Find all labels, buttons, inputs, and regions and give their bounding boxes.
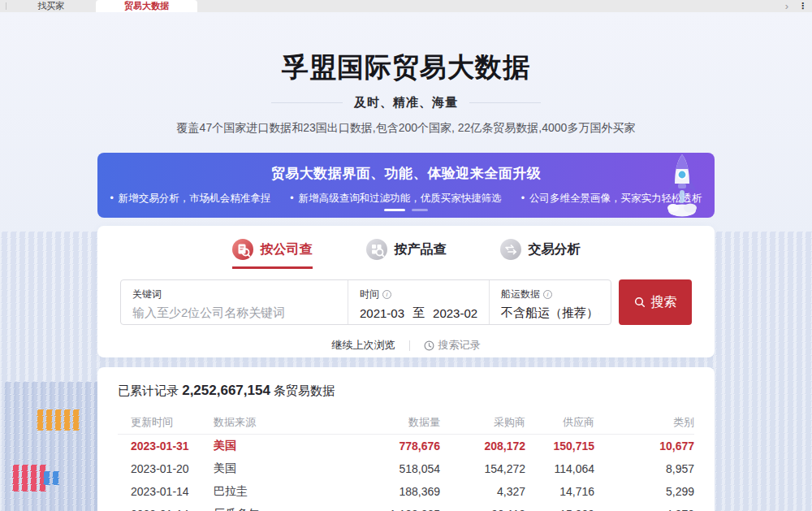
carousel-dot[interactable] [412,209,428,212]
cell-buyers: 154,272 [440,462,525,475]
time-separator: 至 [412,305,425,321]
shipping-data-select[interactable]: 船运数据 i 不含船运（推荐） [489,280,611,324]
trade-data-table-card: 已累计记录 2,252,667,154 条贸易数据 更新时间 数据来源 数据量 … [97,367,715,511]
product-search-icon [366,239,387,260]
tab-find-buyers[interactable]: 找买家 [6,0,96,12]
table-header: 更新时间 数据来源 数据量 采购商 供应商 类别 [118,410,694,435]
cell-suppliers: 150,715 [525,440,594,453]
chevron-right-icon[interactable]: › [785,1,788,11]
tab-label: 按产品查 [395,241,447,258]
col-categories: 类别 [594,415,694,430]
cell-suppliers: 15,909 [525,508,594,511]
summary-suffix: 条贸易数据 [274,383,335,397]
cell-categories: 10,677 [594,440,694,453]
upgrade-banner[interactable]: 贸易大数据界面、功能、体验迎来全面升级 新增交易分析，市场机会精准拿捏 新增高级… [97,153,715,218]
col-buyers: 采购商 [440,415,525,430]
col-record-count: 数据量 [344,415,440,430]
cell-update-time: 2023-01-14 [131,485,214,498]
page-background: 孚盟国际贸易大数据 及时、精准、海量 覆盖47个国家进口数据和23国出口数据,包… [0,12,812,511]
cell-record-count: 778,676 [344,440,440,453]
subtitle-line-left [271,102,343,103]
records-summary: 已累计记录 2,252,667,154 条贸易数据 [118,383,694,399]
cell-update-time: 2023-01-20 [131,462,214,475]
resume-browsing-link[interactable]: 继续上次浏览 [332,338,395,353]
cell-data-source: 厄瓜多尔 [214,507,344,511]
col-suppliers: 供应商 [525,415,594,430]
cell-update-time: 2023-01-31 [131,440,214,453]
cell-categories: 5,299 [594,485,694,498]
keyword-input[interactable]: 输入至少2位公司名称关键词 [132,305,336,321]
cell-suppliers: 14,716 [525,485,594,498]
banner-bullet-1: 新增交易分析，市场机会精准拿捏 [110,192,270,206]
rocket-icon [663,151,702,219]
cell-buyers: 90,118 [440,508,525,511]
map-highlight-red [11,465,48,492]
clock-icon [424,340,434,351]
cell-suppliers: 114,064 [525,462,594,475]
cell-data-source: 美国 [214,461,344,476]
cell-update-time: 2023-01-14 [131,508,214,511]
search-card: 按公司查 按产品查 [97,226,715,357]
company-search-icon [232,239,253,260]
time-to-value[interactable]: 2023-02 [433,306,477,320]
page-subtitle: 及时、精准、海量 [354,95,458,110]
info-icon[interactable]: i [543,290,552,299]
table-row[interactable]: 2023-01-14 巴拉圭 188,369 4,327 14,716 5,29… [118,480,694,503]
shipping-label: 船运数据 [501,288,540,301]
tab-search-by-product[interactable]: 按产品查 [366,239,447,269]
browser-tabstrip: 找买家 贸易大数据 › ⋮ [0,0,812,12]
table-row[interactable]: 2023-01-14 厄瓜多尔 1,133,325 90,118 15,909 … [118,503,694,511]
time-from-value[interactable]: 2021-03 [360,306,404,320]
tab-trade-analysis[interactable]: 交易分析 [500,239,581,269]
tab-label: 按公司查 [261,241,313,258]
keyword-field[interactable]: 关键词 输入至少2位公司名称关键词 [121,280,348,324]
subtitle-line-right [469,102,541,103]
col-update-time: 更新时间 [131,415,214,430]
search-button-label: 搜索 [651,294,677,311]
carousel-dot-active[interactable] [384,209,405,212]
links-divider [409,340,410,351]
col-data-source: 数据来源 [214,415,344,430]
coverage-description: 覆盖47个国家进口数据和23国出口数据,包含200个国家, 22亿条贸易数据,4… [97,121,715,136]
info-icon[interactable]: i [382,290,391,299]
tab-search-by-company[interactable]: 按公司查 [232,239,313,269]
search-icon [634,297,646,308]
table-row[interactable]: 2023-01-31 美国 778,676 208,172 150,715 10… [118,435,694,457]
cell-record-count: 518,054 [344,462,440,475]
tab-trade-big-data[interactable]: 贸易大数据 [96,0,197,12]
cell-categories: 8,957 [594,462,694,475]
time-label: 时间 [360,288,379,301]
kebab-menu-icon[interactable]: ⋮ [798,2,807,11]
table-row[interactable]: 2023-01-20 美国 518,054 154,272 114,064 8,… [118,457,694,480]
banner-title: 贸易大数据界面、功能、体验迎来全面升级 [97,153,715,183]
trade-analysis-icon [500,239,521,260]
chevron-down-icon[interactable] [598,309,599,318]
keyword-label: 关键词 [132,288,336,301]
cell-record-count: 1,133,325 [344,508,440,511]
search-button[interactable]: 搜索 [619,279,692,325]
cell-buyers: 208,172 [440,440,525,453]
summary-prefix: 已累计记录 [118,383,179,397]
search-history-link[interactable]: 搜索记录 [424,338,481,353]
map-highlight-orange [36,409,81,431]
cell-data-source: 美国 [214,439,344,453]
cell-buyers: 4,327 [440,485,525,498]
tab-label: 交易分析 [529,241,581,258]
search-history-label: 搜索记录 [438,338,481,353]
page-title: 孚盟国际贸易大数据 [97,12,715,86]
cell-record-count: 188,369 [344,485,440,498]
total-records-count: 2,252,667,154 [182,383,270,398]
time-range-field[interactable]: 时间 i 2021-03 至 2023-02 [348,280,489,324]
search-form: 关键词 输入至少2位公司名称关键词 时间 i 2021-03 至 2023-02 [120,279,611,325]
banner-bullet-2: 新增高级查询和过滤功能，优质买家快捷筛选 [290,192,501,206]
map-highlight-blue [42,471,61,485]
table-body: 2023-01-31 美国 778,676 208,172 150,715 10… [118,435,694,511]
shipping-selected-value[interactable]: 不含船运（推荐） [501,305,598,321]
cell-data-source: 巴拉圭 [214,484,344,499]
cell-categories: 4,978 [594,508,694,511]
